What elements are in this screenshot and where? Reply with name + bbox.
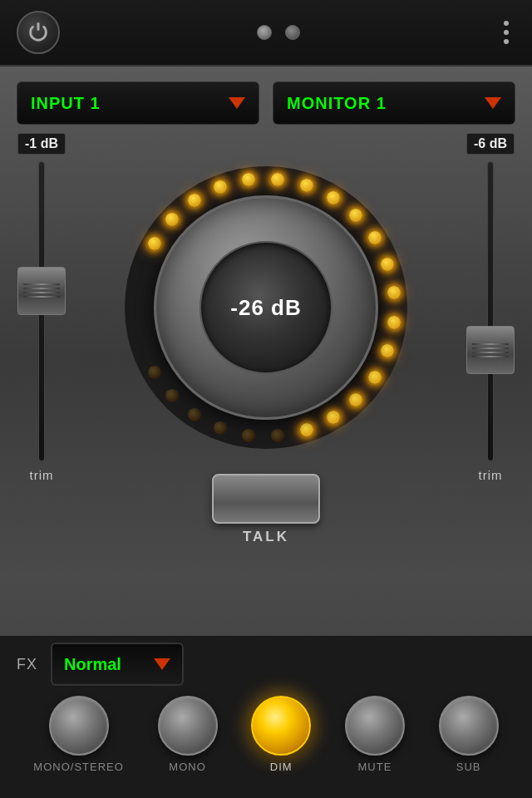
led-dot-5 (271, 173, 284, 186)
page-dot-1[interactable] (257, 25, 272, 40)
right-trim-label: trim (479, 468, 503, 482)
mono-label: MONO (169, 761, 205, 773)
mono-circle (158, 696, 218, 756)
led-dot-13 (381, 344, 394, 357)
knob-value: -26 dB (230, 295, 301, 321)
led-dot-4 (242, 173, 255, 186)
led-dot-8 (349, 209, 362, 222)
sub-label: SUB (456, 761, 481, 773)
buttons-row: MONO/STEREO MONO DIM MUTE SUB (0, 686, 532, 780)
right-fader-handle[interactable] (466, 326, 515, 374)
led-dot-6 (300, 179, 313, 192)
menu-dot-1 (504, 21, 509, 26)
input-label: INPUT 1 (31, 94, 101, 113)
dim-circle (251, 696, 311, 756)
mono-button[interactable]: MONO (158, 696, 218, 773)
led-dot-2 (188, 194, 201, 207)
led-dot-0 (148, 237, 161, 250)
fx-selector[interactable]: Normal (51, 643, 184, 686)
main-panel: INPUT 1 MONITOR 1 -1 dB trim (0, 66, 532, 798)
input-selector[interactable]: INPUT 1 (17, 81, 259, 125)
led-dot-18 (271, 429, 284, 442)
left-fader-db: -1 dB (17, 133, 66, 155)
power-button[interactable] (17, 11, 60, 54)
menu-dot-2 (504, 30, 509, 35)
led-dot-16 (327, 411, 340, 424)
menu-button[interactable] (497, 14, 515, 51)
menu-dot-3 (504, 39, 509, 44)
knob-center: -26 dB (200, 241, 332, 374)
fx-label: FX (17, 656, 37, 673)
dim-label: DIM (270, 761, 293, 773)
knob-section: -1 dB trim -26 dB (0, 133, 532, 482)
led-dot-3 (214, 180, 227, 194)
led-dot-11 (387, 286, 401, 299)
left-fader-track[interactable] (38, 161, 45, 461)
knob-disc: -26 dB (154, 195, 378, 420)
led-dot-14 (368, 371, 382, 384)
main-knob[interactable]: -26 dB (125, 166, 407, 449)
monitor-selector[interactable]: MONITOR 1 (273, 81, 515, 125)
led-dot-7 (327, 191, 340, 204)
page-dot-2[interactable] (285, 25, 300, 40)
mono-stereo-circle (49, 696, 109, 756)
mono-stereo-button[interactable]: MONO/STEREO (33, 696, 124, 773)
monitor-label: MONITOR 1 (287, 94, 387, 113)
led-dot-19 (242, 429, 255, 442)
mute-button[interactable]: MUTE (345, 696, 405, 773)
monitor-dropdown-arrow (485, 97, 501, 109)
sub-button[interactable]: SUB (439, 696, 499, 773)
led-dot-17 (300, 423, 313, 436)
led-dot-15 (349, 393, 362, 406)
led-dot-1 (165, 213, 179, 226)
input-dropdown-arrow (229, 97, 245, 109)
led-dot-22 (165, 389, 179, 402)
fx-dropdown-arrow (154, 658, 170, 670)
left-trim-label: trim (30, 468, 54, 482)
led-dot-21 (188, 408, 201, 421)
right-fader-db: -6 dB (466, 133, 515, 155)
left-fader-handle[interactable] (17, 267, 66, 315)
dim-button[interactable]: DIM (251, 696, 311, 773)
led-dot-9 (368, 231, 382, 244)
led-dot-20 (214, 421, 227, 435)
sub-circle (439, 696, 499, 756)
led-dot-12 (387, 316, 401, 329)
right-fader-track[interactable] (487, 161, 494, 461)
mute-label: MUTE (358, 761, 392, 773)
mono-stereo-label: MONO/STEREO (33, 761, 124, 773)
bottom-section: FX Normal MONO/STEREO MONO DIM MUTE (0, 636, 532, 798)
fx-value: Normal (64, 655, 121, 674)
talk-label: TALK (243, 529, 289, 545)
selectors-row: INPUT 1 MONITOR 1 (0, 66, 532, 133)
talk-section: TALK (0, 474, 532, 545)
right-fader: -6 dB trim (457, 133, 524, 482)
fx-row: FX Normal (0, 636, 532, 686)
led-dot-10 (381, 258, 394, 271)
top-bar (0, 0, 532, 66)
page-indicators (257, 25, 300, 40)
led-dot-23 (148, 366, 161, 379)
mute-circle (345, 696, 405, 756)
left-fader: -1 dB trim (8, 133, 75, 482)
